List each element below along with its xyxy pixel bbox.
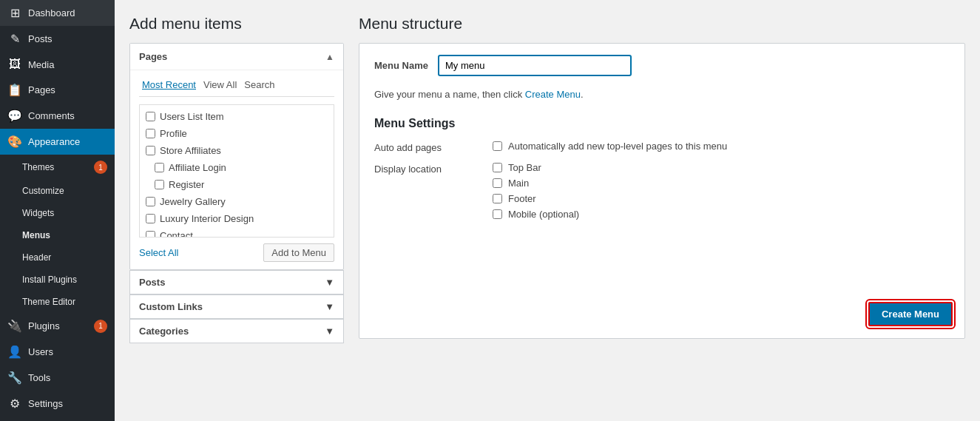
sidebar-item-tools[interactable]: 🔧 Tools	[0, 365, 115, 391]
sidebar-item-label: Customize	[22, 186, 107, 196]
dashboard-icon: ⊞	[7, 6, 22, 20]
list-item[interactable]: Jewelry Gallery	[140, 193, 334, 210]
pages-accordion-body: Most Recent View All Search Users List I…	[130, 70, 343, 269]
page-label: Users List Item	[160, 111, 224, 122]
comments-icon: 💬	[7, 109, 22, 123]
display-location-mobile[interactable]: Mobile (optional)	[493, 209, 579, 220]
plugins-icon: 🔌	[7, 319, 22, 333]
select-all-button[interactable]: Select All	[139, 247, 178, 258]
tab-search[interactable]: Search	[241, 78, 277, 92]
sidebar-item-label: Header	[22, 252, 107, 263]
menu-name-label: Menu Name	[374, 60, 428, 71]
sidebar-item-label: Media	[28, 59, 107, 70]
display-location-main[interactable]: Main	[493, 178, 579, 189]
page-checkbox[interactable]	[146, 197, 155, 206]
footer-checkbox[interactable]	[493, 194, 502, 203]
list-item[interactable]: Profile	[140, 125, 334, 142]
sidebar-item-posts[interactable]: ✎ Posts	[0, 26, 115, 52]
right-panel-title: Menu structure	[359, 15, 965, 33]
create-menu-link[interactable]: Create Menu	[525, 89, 581, 100]
categories-accordion: Categories ▼	[129, 319, 344, 343]
posts-accordion-label: Posts	[139, 277, 165, 288]
sidebar-item-theme-editor[interactable]: Theme Editor	[0, 291, 115, 313]
add-to-menu-button[interactable]: Add to Menu	[263, 243, 334, 262]
page-label: Store Affiliates	[160, 145, 221, 156]
media-icon: 🖼	[7, 58, 22, 71]
page-checkbox[interactable]	[146, 129, 155, 138]
page-checkbox[interactable]	[146, 231, 155, 238]
sidebar-item-media[interactable]: 🖼 Media	[0, 52, 115, 77]
footer-label: Footer	[508, 193, 536, 204]
sidebar-item-themes[interactable]: Themes 1	[0, 155, 115, 180]
page-checkbox[interactable]	[155, 180, 164, 189]
sidebar-item-label: Settings	[28, 398, 107, 409]
helper-text-before: Give your menu a name, then click	[374, 89, 525, 100]
page-checkbox[interactable]	[146, 112, 155, 121]
top-bar-checkbox[interactable]	[493, 163, 502, 172]
main-checkbox[interactable]	[493, 178, 502, 188]
page-label: Luxury Interior Design	[160, 213, 254, 224]
mobile-checkbox[interactable]	[493, 209, 502, 219]
display-location-top-bar[interactable]: Top Bar	[493, 162, 579, 173]
sidebar-item-label: Posts	[28, 33, 107, 44]
sidebar-item-pages[interactable]: 📋 Pages	[0, 77, 115, 103]
page-checkbox[interactable]	[146, 146, 155, 155]
posts-accordion-header[interactable]: Posts ▼	[130, 270, 343, 294]
list-item[interactable]: Store Affiliates	[140, 142, 334, 159]
tab-most-recent[interactable]: Most Recent	[139, 78, 199, 92]
page-checkbox[interactable]	[146, 214, 155, 223]
sidebar-item-dashboard[interactable]: ⊞ Dashboard	[0, 0, 115, 26]
list-item[interactable]: Register	[140, 176, 334, 193]
posts-accordion: Posts ▼	[129, 270, 344, 294]
auto-add-pages-checkbox-row[interactable]: Automatically add new top-level pages to…	[493, 141, 727, 152]
list-item[interactable]: Affiliate Login	[140, 159, 334, 176]
sidebar-item-label: Pages	[28, 84, 107, 95]
sidebar-item-label: Plugins	[28, 320, 88, 331]
create-menu-button[interactable]: Create Menu	[868, 302, 953, 326]
menu-settings-title: Menu Settings	[374, 117, 950, 130]
display-location-label: Display location	[374, 162, 493, 175]
pages-accordion-chevron: ▲	[325, 52, 334, 62]
categories-label: Categories	[139, 326, 189, 337]
custom-links-chevron: ▼	[325, 301, 334, 312]
page-label: Profile	[160, 128, 187, 139]
custom-links-label: Custom Links	[139, 301, 203, 312]
sidebar-item-users[interactable]: 👤 Users	[0, 339, 115, 365]
sidebar-item-menus[interactable]: Menus	[0, 224, 115, 246]
list-item[interactable]: Contact	[140, 227, 334, 238]
posts-icon: ✎	[7, 32, 22, 46]
posts-accordion-chevron: ▼	[325, 277, 334, 288]
page-label: Jewelry Gallery	[160, 196, 226, 207]
sidebar-item-label: Install Plugins	[22, 275, 107, 285]
sidebar-item-label: Comments	[28, 110, 107, 121]
menu-name-input[interactable]	[439, 55, 631, 75]
tools-icon: 🔧	[7, 371, 22, 385]
list-item[interactable]: Users List Item	[140, 108, 334, 125]
helper-text-after: .	[581, 89, 584, 100]
sidebar-item-appearance[interactable]: 🎨 Appearance	[0, 129, 115, 155]
page-checkbox[interactable]	[155, 163, 164, 172]
sidebar-item-comments[interactable]: 💬 Comments	[0, 103, 115, 129]
sidebar-item-install-plugins[interactable]: Install Plugins	[0, 269, 115, 291]
left-panel: Add menu items Pages ▲ Most Recent View …	[129, 15, 344, 406]
sidebar-item-header[interactable]: Header	[0, 246, 115, 269]
sidebar-item-widgets[interactable]: Widgets	[0, 202, 115, 224]
menu-name-row: Menu Name	[374, 55, 950, 75]
helper-text: Give your menu a name, then click Create…	[374, 87, 950, 102]
sidebar-item-plugins[interactable]: 🔌 Plugins 1	[0, 313, 115, 339]
list-item[interactable]: Luxury Interior Design	[140, 210, 334, 227]
categories-accordion-header[interactable]: Categories ▼	[130, 319, 343, 343]
pages-list-inner: Users List Item Profile Store Affiliates	[140, 105, 334, 238]
sidebar-item-customize[interactable]: Customize	[0, 180, 115, 202]
pages-icon: 📋	[7, 83, 22, 97]
auto-add-pages-desc: Automatically add new top-level pages to…	[508, 141, 727, 152]
custom-links-accordion-header[interactable]: Custom Links ▼	[130, 294, 343, 318]
display-location-footer[interactable]: Footer	[493, 193, 579, 204]
pages-accordion-header[interactable]: Pages ▲	[130, 44, 343, 70]
tab-view-all[interactable]: View All	[200, 78, 240, 92]
display-location-value: Top Bar Main Footer Mobile (optiona	[493, 162, 579, 220]
auto-add-pages-checkbox[interactable]	[493, 141, 502, 151]
users-icon: 👤	[7, 345, 22, 359]
sidebar-item-settings[interactable]: ⚙ Settings	[0, 391, 115, 417]
page-label: Contact	[160, 230, 193, 238]
